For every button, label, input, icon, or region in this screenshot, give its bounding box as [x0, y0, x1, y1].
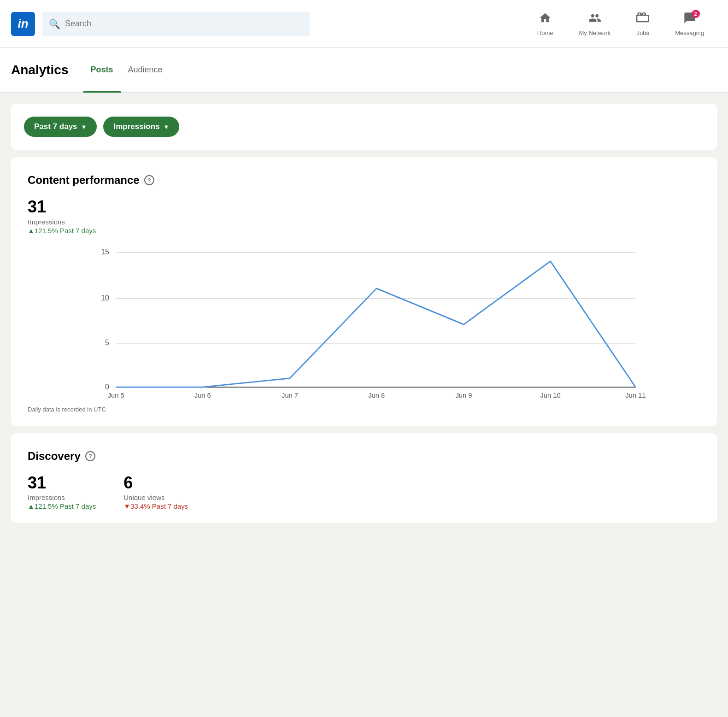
chart-footer: Daily data is recorded in UTC	[28, 406, 700, 413]
discovery-impressions: 31 Impressions ▲121.5% Past 7 days	[28, 474, 96, 511]
impressions-label: Impressions	[28, 218, 700, 226]
svg-text:Jun 6: Jun 6	[194, 391, 211, 398]
svg-text:Jun 5: Jun 5	[108, 391, 124, 398]
discovery-impressions-label: Impressions	[28, 494, 96, 501]
svg-text:Jun 11: Jun 11	[625, 391, 646, 398]
time-range-chevron: ▼	[81, 123, 87, 130]
svg-text:Jun 8: Jun 8	[368, 391, 385, 398]
discovery-section: Discovery ? 31 Impressions ▲121.5% Past …	[11, 433, 717, 523]
svg-text:15: 15	[101, 248, 109, 256]
discovery-help-icon[interactable]: ?	[85, 451, 95, 461]
content-performance-help-icon[interactable]: ?	[144, 175, 154, 185]
filter-bar: Past 7 days ▼ Impressions ▼	[11, 104, 717, 150]
main-nav: Home My Network Jobs 2 Messaging	[524, 0, 717, 48]
linkedin-logo[interactable]: in	[11, 12, 35, 36]
content-performance-title: Content performance ?	[28, 174, 700, 187]
metric-chevron: ▼	[164, 123, 170, 130]
search-icon: 🔍	[49, 18, 60, 29]
search-bar[interactable]: 🔍	[42, 12, 310, 36]
discovery-unique-views-value: 6	[123, 474, 188, 492]
page-title: Analytics	[11, 63, 69, 77]
tab-posts[interactable]: Posts	[83, 48, 121, 93]
discovery-title: Discovery ?	[28, 450, 700, 463]
nav-label-my-network: My Network	[579, 29, 611, 36]
impressions-value: 31	[28, 198, 700, 216]
header: in 🔍 Home My Network Jobs	[0, 0, 728, 48]
impressions-change: ▲121.5% Past 7 days	[28, 227, 700, 235]
messaging-icon: 2	[683, 12, 696, 28]
main-content: Past 7 days ▼ Impressions ▼ Content perf…	[0, 93, 728, 541]
chart-container: 15 10 5 0 Jun 5 Jun 6	[28, 242, 700, 400]
jobs-icon	[636, 12, 649, 28]
content-performance-section: Content performance ? 31 Impressions ▲12…	[11, 157, 717, 426]
discovery-unique-views-change: ▼33.4% Past 7 days	[123, 502, 188, 510]
nav-item-home[interactable]: Home	[524, 0, 566, 48]
svg-text:10: 10	[101, 294, 109, 302]
nav-label-home: Home	[537, 29, 553, 36]
nav-item-messaging[interactable]: 2 Messaging	[662, 0, 717, 48]
discovery-impressions-change: ▲121.5% Past 7 days	[28, 502, 96, 510]
home-icon	[539, 12, 552, 28]
messaging-badge: 2	[692, 10, 700, 18]
discovery-unique-views: 6 Unique views ▼33.4% Past 7 days	[123, 474, 188, 511]
discovery-unique-views-label: Unique views	[123, 494, 188, 501]
nav-item-my-network[interactable]: My Network	[566, 0, 624, 48]
search-input[interactable]	[65, 19, 303, 29]
discovery-metrics: 31 Impressions ▲121.5% Past 7 days 6 Uni…	[28, 474, 700, 511]
nav-label-jobs: Jobs	[636, 29, 649, 36]
tab-audience[interactable]: Audience	[121, 48, 170, 93]
svg-text:5: 5	[105, 339, 109, 347]
nav-label-messaging: Messaging	[675, 29, 704, 36]
nav-item-jobs[interactable]: Jobs	[623, 0, 662, 48]
line-chart: 15 10 5 0 Jun 5 Jun 6	[28, 242, 700, 399]
my-network-icon	[588, 12, 601, 28]
svg-text:0: 0	[105, 382, 109, 390]
svg-text:Jun 10: Jun 10	[540, 391, 560, 398]
discovery-impressions-value: 31	[28, 474, 96, 492]
time-range-filter[interactable]: Past 7 days ▼	[24, 117, 97, 137]
svg-text:Jun 7: Jun 7	[282, 391, 298, 398]
sub-nav: Analytics Posts Audience	[0, 48, 728, 93]
metric-filter[interactable]: Impressions ▼	[103, 117, 179, 137]
svg-text:Jun 9: Jun 9	[455, 391, 472, 398]
